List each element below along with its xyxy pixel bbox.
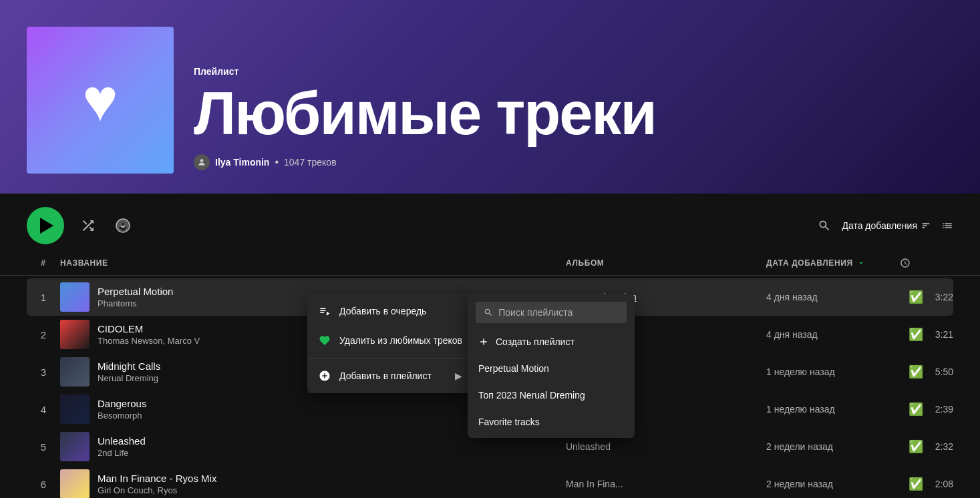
track-thumbnail bbox=[60, 357, 90, 387]
shuffle-button[interactable] bbox=[77, 215, 99, 236]
track-artist: Besomorph bbox=[98, 411, 146, 421]
playlist-submenu[interactable]: Создать плейлист Perpetual Motion Топ 20… bbox=[468, 294, 635, 438]
liked-icon: ✅ bbox=[909, 402, 923, 417]
add-playlist-label: Добавить в плейлист bbox=[339, 370, 432, 381]
list-view-button[interactable] bbox=[941, 220, 953, 232]
context-menu-divider bbox=[307, 358, 473, 358]
playlist-title: Любимые треки bbox=[194, 83, 656, 144]
sort-button[interactable]: Дата добавления bbox=[842, 220, 931, 231]
hero-info: Плейлист Любимые треки Ilya Timonin • 10… bbox=[194, 66, 656, 174]
track-artist: 2nd Life bbox=[98, 448, 146, 458]
track-text: CIDOLEM Thomas Newson, Marco V bbox=[98, 323, 200, 346]
playlist-search-input[interactable] bbox=[498, 307, 619, 318]
submenu-playlist-0[interactable]: Perpetual Motion bbox=[468, 355, 635, 382]
svg-point-0 bbox=[200, 159, 204, 162]
playlist-type-label: Плейлист bbox=[194, 66, 656, 77]
track-album: Unleashed bbox=[566, 441, 766, 452]
track-right: ✅ 2:39 bbox=[900, 402, 953, 417]
track-count: 1047 треков bbox=[284, 157, 337, 168]
liked-icon: ✅ bbox=[909, 439, 923, 454]
track-row[interactable]: 6 Man In Finance - Ryos Mix Girl On Couc… bbox=[27, 465, 953, 498]
track-number: 6 bbox=[27, 479, 60, 490]
track-duration: 2:39 bbox=[930, 404, 953, 415]
playlist-owner[interactable]: Ilya Timonin bbox=[215, 157, 269, 168]
track-text: Unleashed 2nd Life bbox=[98, 435, 146, 458]
context-menu-item-unlike[interactable]: Удалить из любимых треков bbox=[307, 326, 473, 355]
context-menu-item-add-playlist[interactable]: Добавить в плейлист ▶ bbox=[307, 361, 473, 391]
unlike-label: Удалить из любимых треков bbox=[339, 335, 462, 346]
arrow-right-icon: ▶ bbox=[455, 370, 462, 381]
plus-circle-icon bbox=[318, 369, 331, 383]
track-number: 1 bbox=[27, 292, 60, 303]
track-duration: 2:08 bbox=[930, 479, 953, 489]
track-right: ✅ 3:22 bbox=[900, 290, 953, 304]
track-duration: 3:22 bbox=[930, 292, 953, 302]
track-album: Man In Fina... bbox=[566, 479, 766, 489]
track-duration: 3:21 bbox=[930, 329, 953, 340]
heart-icon: ♥ bbox=[82, 70, 118, 130]
playlist-artwork: ♥ bbox=[27, 27, 174, 174]
create-playlist-button[interactable]: Создать плейлист bbox=[468, 328, 635, 355]
playlist-search-box[interactable] bbox=[476, 302, 627, 323]
create-playlist-label: Создать плейлист bbox=[496, 336, 575, 347]
track-text: Man In Finance - Ryos Mix Girl On Couch,… bbox=[98, 473, 216, 495]
track-date: 1 неделю назад bbox=[766, 404, 900, 415]
play-button[interactable] bbox=[27, 207, 64, 244]
track-text: Midnight Calls Nerual Dreming bbox=[98, 360, 160, 383]
track-date: 2 недели назад bbox=[766, 479, 900, 489]
download-button[interactable] bbox=[112, 215, 134, 236]
liked-icon: ✅ bbox=[909, 327, 923, 342]
track-name: CIDOLEM bbox=[98, 323, 200, 334]
track-duration: 2:32 bbox=[930, 441, 953, 452]
track-duration: 5:50 bbox=[930, 366, 953, 377]
submenu-playlist-1[interactable]: Топ 2023 Nerual Dreming bbox=[468, 382, 635, 409]
submenu-playlist-name-2: Favorite tracks bbox=[478, 417, 540, 427]
col-title-header: Название bbox=[60, 258, 566, 268]
track-number: 5 bbox=[27, 441, 60, 453]
track-thumbnail bbox=[60, 320, 90, 349]
context-menu[interactable]: Добавить в очередь Удалить из любимых тр… bbox=[307, 294, 473, 393]
track-thumbnail bbox=[60, 282, 90, 312]
track-name: Midnight Calls bbox=[98, 360, 160, 372]
track-number: 4 bbox=[27, 404, 60, 415]
search-button[interactable] bbox=[818, 219, 831, 232]
track-artist: Phantoms bbox=[98, 298, 173, 308]
track-text: Dangerous Besomorph bbox=[98, 398, 146, 421]
liked-icon: ✅ bbox=[909, 477, 923, 491]
track-list-header: # Название Альбом Дата добавления bbox=[0, 258, 980, 276]
context-menu-item-queue[interactable]: Добавить в очередь bbox=[307, 296, 473, 326]
track-number: 2 bbox=[27, 329, 60, 340]
track-name: Perpetual Motion bbox=[98, 286, 173, 297]
track-artist: Thomas Newson, Marco V bbox=[98, 336, 200, 346]
controls-right: Дата добавления bbox=[818, 219, 953, 232]
sort-label: Дата добавления bbox=[842, 220, 917, 231]
track-artist: Girl On Couch, Ryos bbox=[98, 485, 216, 495]
heart-filled-icon bbox=[318, 334, 331, 347]
queue-icon bbox=[318, 304, 331, 318]
track-thumbnail bbox=[60, 469, 90, 498]
col-album-header: Альбом bbox=[566, 258, 766, 268]
user-avatar-icon bbox=[194, 154, 210, 170]
track-date: 1 неделю назад bbox=[766, 366, 900, 377]
hero-meta: Ilya Timonin • 1047 треков bbox=[194, 154, 656, 170]
submenu-playlist-name-1: Топ 2023 Nerual Dreming bbox=[478, 390, 585, 401]
track-number: 3 bbox=[27, 366, 60, 378]
track-right: ✅ 2:32 bbox=[900, 439, 953, 454]
track-info: Man In Finance - Ryos Mix Girl On Couch,… bbox=[60, 469, 566, 498]
track-text: Perpetual Motion Phantoms bbox=[98, 286, 173, 308]
liked-icon: ✅ bbox=[909, 290, 923, 304]
track-thumbnail bbox=[60, 432, 90, 461]
track-thumbnail bbox=[60, 395, 90, 424]
track-name: Dangerous bbox=[98, 398, 146, 409]
col-date-header: Дата добавления bbox=[766, 258, 900, 268]
track-name: Unleashed bbox=[98, 435, 146, 447]
submenu-playlist-2[interactable]: Favorite tracks bbox=[468, 409, 635, 435]
track-name: Man In Finance - Ryos Mix bbox=[98, 473, 216, 484]
submenu-playlist-name-0: Perpetual Motion bbox=[478, 363, 549, 374]
track-right: ✅ 2:08 bbox=[900, 477, 953, 491]
track-date: 4 дня назад bbox=[766, 292, 900, 302]
track-date: 4 дня назад bbox=[766, 329, 900, 340]
hero-section: ♥ Плейлист Любимые треки Ilya Timonin • … bbox=[0, 0, 980, 194]
queue-label: Добавить в очередь bbox=[339, 306, 426, 316]
track-artist: Nerual Dreming bbox=[98, 373, 160, 383]
